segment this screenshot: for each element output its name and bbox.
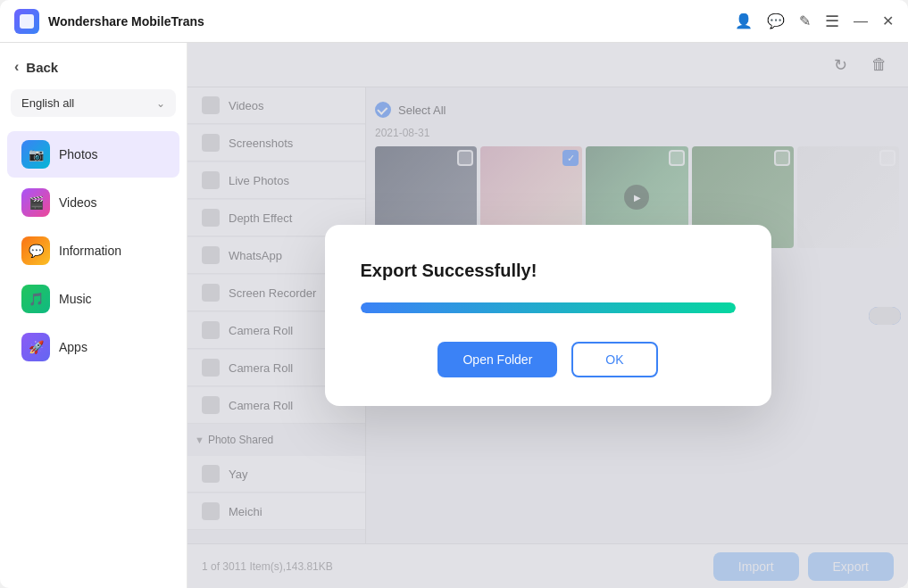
sidebar-label-music: Music	[59, 292, 92, 306]
edit-icon[interactable]: ✎	[799, 14, 811, 29]
music-icon: 🎵	[21, 285, 50, 313]
sidebar-item-music[interactable]: 🎵 Music	[7, 276, 179, 322]
minimize-button[interactable]: —	[854, 14, 868, 29]
apps-icon: 🚀	[21, 333, 50, 361]
language-dropdown[interactable]: English all ⌄	[11, 89, 176, 117]
sidebar-label-videos: Videos	[59, 195, 97, 210]
modal-overlay: Export Successfully! Open Folder OK	[187, 43, 908, 588]
photos-icon: 📷	[21, 140, 50, 169]
videos-icon: 🎬	[21, 188, 50, 217]
information-icon: 💬	[21, 236, 50, 265]
ok-button[interactable]: OK	[571, 342, 657, 377]
back-button[interactable]: ‹ Back	[0, 50, 187, 84]
modal-title: Export Successfully!	[361, 261, 537, 281]
export-success-modal: Export Successfully! Open Folder OK	[325, 225, 771, 406]
sidebar-label-information: Information	[59, 244, 121, 258]
sidebar: ‹ Back English all ⌄ 📷 Photos 🎬	[0, 43, 187, 588]
sidebar-item-information[interactable]: 💬 Information	[7, 228, 179, 274]
content-area: ↻ 🗑 Videos Screenshots	[187, 43, 908, 588]
open-folder-button[interactable]: Open Folder	[437, 342, 557, 377]
chevron-down-icon: ⌄	[156, 97, 165, 110]
back-arrow-icon: ‹	[14, 59, 19, 75]
sidebar-item-photos[interactable]: 📷 Photos	[7, 131, 179, 178]
app-logo	[14, 9, 39, 34]
title-bar: Wondershare MobileTrans 👤 💬 ✎ ☰ — ✕	[0, 0, 908, 43]
chat-icon[interactable]: 💬	[767, 14, 785, 29]
close-button[interactable]: ✕	[882, 14, 894, 29]
sidebar-item-videos[interactable]: 🎬 Videos	[7, 179, 179, 226]
app-window: Wondershare MobileTrans 👤 💬 ✎ ☰ — ✕ ‹ Ba…	[0, 0, 908, 588]
sidebar-item-apps[interactable]: 🚀 Apps	[7, 324, 179, 370]
sidebar-label-photos: Photos	[59, 147, 98, 161]
sidebar-menu: 📷 Photos 🎬 Videos 💬 Information	[0, 129, 187, 581]
modal-buttons: Open Folder OK	[437, 342, 657, 377]
back-label: Back	[26, 60, 58, 75]
window-controls: 👤 💬 ✎ ☰ — ✕	[735, 13, 894, 29]
progress-bar-container	[361, 302, 736, 313]
profile-icon[interactable]: 👤	[735, 14, 753, 29]
app-title: Wondershare MobileTrans	[48, 14, 735, 29]
dropdown-label: English all	[21, 96, 74, 110]
progress-bar-fill	[361, 302, 736, 313]
sidebar-label-apps: Apps	[59, 340, 87, 354]
menu-icon[interactable]: ☰	[825, 13, 839, 29]
main-content: ‹ Back English all ⌄ 📷 Photos 🎬	[0, 43, 908, 588]
